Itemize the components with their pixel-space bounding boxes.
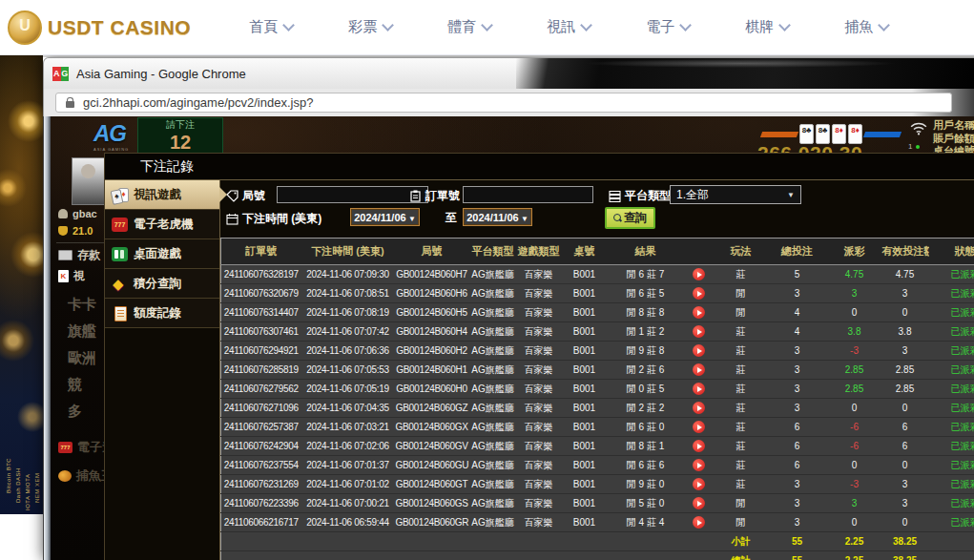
cell-round: GB00124B060H1 [395, 361, 469, 380]
nav-item[interactable]: 首頁 [221, 18, 321, 36]
lobby-username: gbac [73, 208, 97, 219]
search-button[interactable]: 查詢 [605, 207, 655, 229]
cell-total-bet: 3 [767, 361, 828, 380]
cell-status: 已派彩 [929, 322, 974, 342]
play-button[interactable] [693, 421, 705, 433]
nav-item[interactable]: 棋牌 [717, 18, 817, 36]
bet-countdown-box: 請下注 12 [137, 117, 223, 156]
list-icon [609, 190, 621, 202]
nav-item[interactable]: 體育 [420, 18, 519, 36]
hall-item[interactable]: 旗艦 [51, 318, 96, 344]
divider [56, 242, 104, 243]
menu-item-label: 視訊遊戲 [134, 187, 181, 203]
table-row: 241106076257387 2024-11-06 07:03:21 GB00… [221, 418, 974, 437]
table-row: 241106076307461 2024-11-06 07:07:42 GB00… [221, 322, 974, 342]
cell-time: 2024-11-06 07:03:21 [301, 418, 395, 437]
dialog-menu-item[interactable]: 積分查詢 [105, 269, 219, 299]
cell-order: 241106076242904 [221, 437, 301, 456]
cell-round: GB00124B060H7 [395, 265, 469, 284]
table-row: 241106076294921 2024-11-06 07:06:36 GB00… [221, 342, 974, 361]
play-button[interactable] [693, 459, 705, 471]
nav-item-label: 電子 [646, 18, 674, 36]
play-button[interactable] [693, 402, 705, 414]
subtotal-row: 小計 55 2.25 38.25 [221, 532, 974, 551]
cell-time: 2024-11-06 07:07:42 [301, 322, 395, 342]
cell-status: 已派彩 [929, 494, 974, 513]
play-button[interactable] [693, 383, 705, 395]
nav-item[interactable]: 彩票 [321, 18, 420, 36]
cell-payout: -6 [828, 418, 881, 437]
column-header: 桌號 [561, 239, 609, 265]
total-payout: 2.25 [828, 551, 881, 560]
cell-platform: AG旗艦廳 [469, 361, 517, 380]
window-titlebar[interactable]: Asia Gaming - Google Chrome [43, 57, 974, 89]
hall-item[interactable]: 卡卡 [51, 291, 96, 318]
playing-card: 8♣ [799, 124, 814, 144]
total-row: 總計 55 2.25 38.25 [221, 551, 974, 560]
cell-order: 241106076231269 [221, 475, 301, 494]
play-button[interactable] [693, 363, 705, 376]
play-button[interactable] [693, 497, 705, 509]
playing-card: 8♦ [832, 124, 846, 144]
subtotal-label: 小計 [715, 532, 767, 551]
play-button[interactable] [693, 268, 705, 280]
site-logo[interactable]: USDT CASINO [8, 10, 191, 45]
dialog-menu-item[interactable]: 電子老虎機 [105, 210, 219, 239]
date-to-select[interactable]: 2024/11/06 [463, 208, 532, 226]
play-button[interactable] [693, 516, 705, 529]
video-item[interactable]: 視 [73, 268, 85, 284]
play-button[interactable] [693, 344, 705, 357]
cell-time: 2024-11-06 07:02:06 [301, 437, 395, 456]
cell-result: 閒 6 莊 7 [609, 265, 683, 284]
window-title: Asia Gaming - Google Chrome [76, 67, 246, 81]
chevron-down-icon [580, 19, 592, 31]
to-label: 至 [446, 210, 457, 226]
cell-payout: 3 [828, 494, 881, 513]
cell-table: B001 [561, 284, 609, 303]
hall-item[interactable]: 多 [51, 398, 96, 425]
cell-platform: AG旗艦廳 [469, 475, 517, 494]
cell-payout: 2.85 [828, 380, 881, 399]
play-button[interactable] [693, 440, 705, 452]
crypto-label: NEM XEM [34, 472, 40, 503]
playing-card: 8♦ [848, 124, 862, 144]
tag-icon [226, 190, 238, 202]
cards-icon: K [58, 270, 69, 282]
cell-time: 2024-11-06 07:04:35 [301, 399, 395, 418]
avatar [72, 157, 106, 205]
play-button[interactable] [693, 478, 705, 490]
bet-record-dialog: 下注記錄 視訊遊戲 電子老虎機 桌面遊戲 [104, 153, 974, 560]
cell-status: 已派彩 [929, 513, 974, 532]
nav-item-label: 體育 [447, 18, 476, 36]
cell-order: 241106066216717 [221, 513, 301, 532]
cell-total-bet: 3 [767, 475, 828, 494]
cell-replay [683, 284, 715, 303]
cell-table: B001 [561, 342, 609, 361]
hall-item[interactable]: 歐洲 [51, 344, 96, 371]
cell-round: GB00124B060GV [395, 437, 469, 456]
dialog-menu-item[interactable]: 額度記錄 [105, 299, 219, 328]
cell-status: 已派彩 [929, 284, 974, 303]
play-button[interactable] [693, 306, 705, 319]
subtotal-bet: 55 [767, 532, 828, 551]
platform-select[interactable]: 1.全部 [670, 185, 801, 204]
round-input[interactable] [277, 186, 428, 203]
order-input[interactable] [463, 186, 593, 203]
deposit-item[interactable]: 存款 [77, 247, 100, 263]
nav-item[interactable]: 電子 [618, 18, 717, 36]
play-button[interactable] [693, 325, 705, 338]
dialog-menu-item[interactable]: 視訊遊戲 [105, 180, 219, 210]
nav-item[interactable]: 捕魚 [817, 18, 916, 36]
dialog-menu-item[interactable]: 桌面遊戲 [105, 239, 219, 269]
menu-item-label: 額度記錄 [134, 305, 181, 321]
nav-item[interactable]: 視訊 [519, 18, 618, 36]
cell-status: 已派彩 [929, 342, 974, 361]
play-button[interactable] [693, 287, 705, 300]
cell-order: 241106076271096 [221, 399, 301, 418]
hall-item[interactable]: 競 [51, 371, 96, 398]
cell-table: B001 [561, 303, 609, 322]
cell-payout: 0 [828, 513, 881, 532]
cell-valid-bet: 0 [881, 513, 929, 532]
date-from-select[interactable]: 2024/11/06 [350, 208, 420, 226]
url-field[interactable]: gci.2hhapi.com/agingame/pcv2/index.jsp? [55, 93, 952, 113]
